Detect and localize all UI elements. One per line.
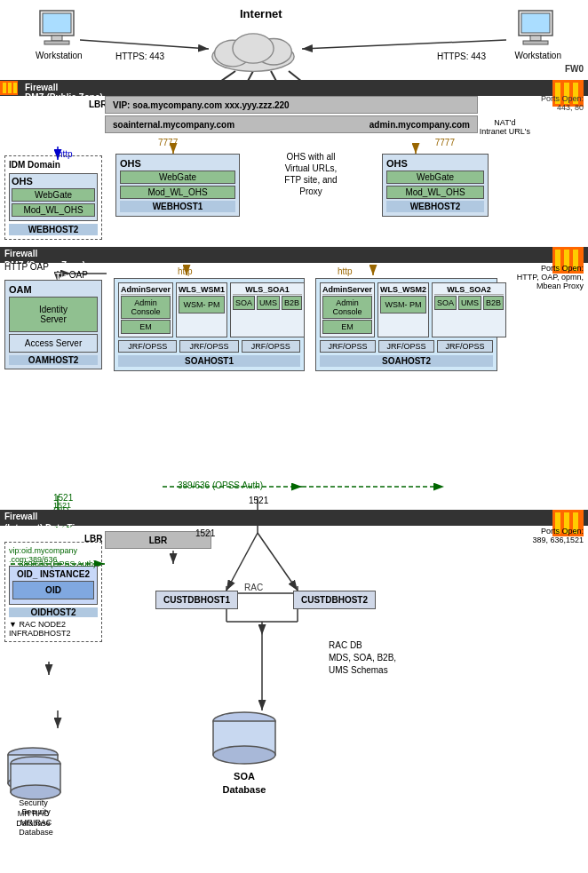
security-mr-rac-label: Security MR RAC Database bbox=[7, 807, 65, 838]
soa-2: SOA bbox=[434, 296, 457, 310]
ohs-center-note: OHS with all Virtual URLs, FTP site, and… bbox=[258, 151, 364, 197]
em-2: EM bbox=[322, 320, 372, 334]
http-oap-label: HTTP OAP bbox=[4, 262, 49, 272]
em-1: EM bbox=[121, 320, 171, 334]
oap-label: ← OAP bbox=[58, 270, 88, 280]
custdbhost1-box: CUSTDBHOST1 bbox=[155, 591, 238, 609]
svg-rect-56 bbox=[523, 41, 548, 44]
vip-text: VIP: soa.mycompany.com xxx.yyy.zzz.220 bbox=[113, 100, 290, 110]
admin-console-1: Admin Console bbox=[121, 296, 171, 319]
security-mr-rac-db: Security MR RAC Database bbox=[7, 755, 65, 838]
soahost1-title: SOAHOST1 bbox=[118, 355, 300, 367]
port-7777-right: 7777 bbox=[435, 138, 455, 147]
soa-1: SOA bbox=[233, 296, 255, 310]
soahost2-title: SOAHOST2 bbox=[320, 355, 493, 367]
soa-database-label: SOA Database bbox=[209, 770, 280, 798]
webgate-webhost1: WebGate bbox=[120, 171, 235, 184]
soahost1-server-row: AdminServer Admin Console EM WLS_WSM1 WS… bbox=[118, 282, 300, 337]
svg-point-48 bbox=[233, 34, 274, 63]
svg-rect-50 bbox=[43, 13, 71, 33]
cloud-icon bbox=[204, 22, 302, 75]
soahost1-jrf-row: JRF/OPSS JRF/OPSS JRF/OPSS bbox=[118, 340, 300, 353]
wls-soa2-title: WLS_SOA2 bbox=[434, 285, 504, 295]
soa-database: SOA Database bbox=[209, 710, 280, 798]
custdbhost1-label: CUSTDBHOST1 bbox=[155, 591, 238, 609]
soahost2-block: AdminServer Admin Console EM WLS_WSM2 WS… bbox=[315, 278, 497, 371]
webhost2-title: WEBHOST2 bbox=[386, 201, 484, 212]
oid-inner-box: OID bbox=[12, 581, 94, 599]
admin-console-2: Admin Console bbox=[322, 296, 372, 319]
opss-auth-label-2: ← 389/636 (OPSS Auth) bbox=[9, 560, 96, 568]
oamhost2-label: OAMHOST2 bbox=[9, 355, 98, 365]
b2b-2: B2B bbox=[483, 296, 504, 310]
identity-server-box: Identity Server bbox=[9, 297, 98, 332]
svg-line-30 bbox=[258, 533, 298, 591]
opss-auth-label: 389/636 (OPSS Auth) bbox=[178, 480, 263, 490]
webhost1-title: WEBHOST1 bbox=[120, 201, 235, 212]
access-server-box: Access Server bbox=[9, 334, 98, 353]
nat-bar: soainternal.mycompany.com admin.mycompan… bbox=[105, 115, 478, 133]
workstation-right-label: Workstation bbox=[514, 51, 561, 60]
http-mid-left-label: http bbox=[178, 266, 193, 276]
svg-line-7 bbox=[80, 40, 209, 49]
svg-rect-59 bbox=[8, 83, 12, 93]
custdbhost2-box: CUSTDBHOST2 bbox=[293, 591, 376, 609]
racnode2-label: ▼ RAC NODE2 bbox=[9, 620, 98, 629]
workstation-right-icon bbox=[514, 9, 559, 49]
jrf-opss-2a: JRF/OPSS bbox=[320, 340, 376, 353]
svg-point-78 bbox=[213, 746, 275, 764]
ohs-webhost1-title: OHS bbox=[120, 158, 235, 169]
svg-rect-54 bbox=[521, 13, 550, 33]
soahost2-jrf-row: JRF/OPSS JRF/OPSS JRF/OPSS bbox=[320, 340, 493, 353]
port-1521-data: 1521 bbox=[195, 528, 215, 538]
workstation-left-label: Workstation bbox=[36, 51, 83, 60]
webgate-left: WebGate bbox=[12, 188, 95, 202]
oam-box: OAM Identity Server Access Server OAMHOS… bbox=[4, 280, 102, 369]
port-1521-mid: 1521 bbox=[249, 496, 268, 505]
svg-rect-60 bbox=[13, 83, 17, 93]
wls-soa1-title: WLS_SOA1 bbox=[233, 285, 302, 295]
adminserver-title-2: AdminServer bbox=[322, 285, 372, 295]
oid-domain-box: vip:oid.mycompany .com:389/636 OID_ INST… bbox=[4, 542, 102, 642]
svg-rect-55 bbox=[530, 36, 541, 41]
workstation-right: Workstation bbox=[514, 9, 561, 60]
wls-soa2-block: WLS_SOA2 SOA UMS B2B bbox=[432, 282, 506, 337]
soainternal-label: soainternal.mycompany.com bbox=[113, 120, 234, 130]
firewall-band-2 bbox=[0, 247, 588, 263]
idm-domain-label: IDM Domain bbox=[9, 160, 98, 170]
oam-title: OAM bbox=[9, 284, 98, 295]
lbr-bar: VIP: soa.mycompany.com xxx.yyy.zzz.220 bbox=[105, 96, 478, 114]
fw1-ports-label: Ports Open: HTTP, OAP, opmn, Mbean Proxy bbox=[517, 264, 584, 290]
svg-line-8 bbox=[302, 40, 506, 49]
https-left-label: HTTPS: 443 bbox=[115, 52, 164, 61]
svg-line-29 bbox=[226, 533, 258, 591]
fw2-ports-label: Ports Open: 389, 636,1521 bbox=[532, 527, 584, 544]
ohs-left-box: OHS WebGate Mod_WL_OHS bbox=[9, 173, 98, 221]
soahost2-server-row: AdminServer Admin Console EM WLS_WSM2 WS… bbox=[320, 282, 493, 337]
security-mr-rac-db-icon bbox=[7, 755, 65, 804]
mod-wl-webhost2: Mod_WL_OHS bbox=[386, 186, 484, 199]
wls-wsm2-block: WLS_WSM2 WSM- PM bbox=[377, 282, 429, 337]
ports-open-443-80: Ports Open: 443, 80 bbox=[541, 94, 584, 112]
adminserver-title-1: AdminServer bbox=[121, 285, 171, 295]
fw-intranet-label: Firewall(Intranet) Data Tier bbox=[4, 510, 83, 534]
jrf-opss-1c: JRF/OPSS bbox=[242, 340, 300, 353]
jrf-opss-1b: JRF/OPSS bbox=[179, 340, 238, 353]
b2b-1: B2B bbox=[282, 296, 302, 310]
ohs-left-title: OHS bbox=[12, 176, 95, 187]
workstation-left: Workstation bbox=[36, 9, 83, 60]
architecture-diagram: 1521 RAC Internet bbox=[0, 0, 588, 873]
wls-wsm1-title: WLS_WSM1 bbox=[179, 285, 225, 295]
webhost1-block: OHS WebGate Mod_WL_OHS WEBHOST1 bbox=[115, 154, 240, 217]
firewall-band-3 bbox=[0, 510, 588, 526]
jrf-opss-1a: JRF/OPSS bbox=[118, 340, 177, 353]
adminserver-block-2: AdminServer Admin Console EM bbox=[320, 282, 375, 337]
wls-wsm2-title: WLS_WSM2 bbox=[380, 285, 426, 295]
soa-database-icon bbox=[209, 710, 280, 768]
svg-text:RAC: RAC bbox=[244, 583, 263, 592]
custdbhost2-label: CUSTDBHOST2 bbox=[293, 591, 376, 609]
http-mid-right-label: http bbox=[338, 266, 353, 276]
wsm-pm-2: WSM- PM bbox=[380, 296, 426, 313]
jrf-opss-2b: JRF/OPSS bbox=[378, 340, 434, 353]
svg-rect-51 bbox=[52, 36, 62, 41]
